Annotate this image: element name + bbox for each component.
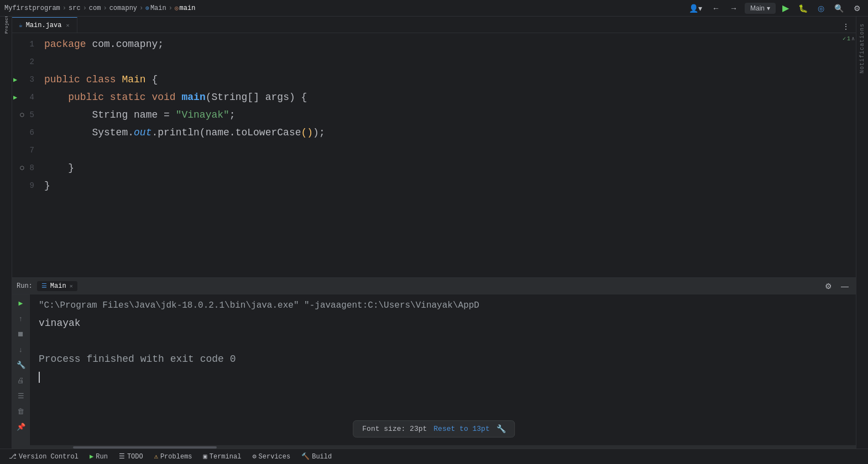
more-options-icon[interactable]: ⋮ [839,21,853,33]
stop-button[interactable]: ⏹ [14,328,28,341]
run-status-label: Run [96,453,108,461]
run-tab-label: Main [50,282,66,290]
run-status-icon: ▶ [90,452,93,461]
run-tab-icon: ☰ [41,282,47,289]
run-settings-button[interactable]: ⚙ [822,281,835,292]
code-scroll-container: 1 2 ▶ 3 ▶ 4 ⬡ 5 6 7 [12,33,856,277]
right-panel: Notifications [856,17,868,449]
run-command: "C:\Program Files\Java\jdk-18.0.2.1\bin\… [39,299,847,313]
forward-button[interactable]: → [727,3,740,14]
run-toolbar: ▶ ↑ ⏹ ↓ 🔧 🖨 ☰ 🗑 📌 [12,294,30,445]
breadcrumb-project[interactable]: Myfirstprogram [4,4,60,12]
wrench-button[interactable]: 🔧 [14,358,28,372]
todo-status[interactable]: ☰ TODO [114,451,148,462]
font-size-label: Font size: 23pt [362,425,427,433]
code-line-5: String name = "Vinayak" ; [40,106,847,124]
run-cursor [39,372,40,383]
scroll-up-button[interactable]: ↑ [14,312,28,325]
run-again-button[interactable]: ▶ [14,297,28,310]
trash-button[interactable]: 🗑 [14,405,28,418]
run-panel-right: ⚙ — [822,281,851,292]
build-status[interactable]: 🔨 Build [297,451,336,462]
tab-bar-right: ⋮ [839,21,856,33]
breadcrumb: Myfirstprogram › src › com › comapny › ⊙… [4,4,195,12]
run-exit-message: Process finished with exit code 0 [39,335,847,367]
run-minimize-button[interactable]: — [838,281,851,292]
notifications-label: Notifications [859,23,865,73]
problems-icon: ⚠ [154,452,158,461]
run-gutter-3[interactable]: ▶ [13,76,17,84]
line-5: ⬡ 5 [12,106,40,124]
scroll-down-button[interactable]: ↓ [14,343,28,356]
project-icon[interactable]: Project [1,19,12,30]
right-gutter: ✓ 1 ∧ [847,33,856,277]
out-field: out [134,124,151,141]
breadcrumb-main-class[interactable]: ⊙Main [145,4,166,12]
back-button[interactable]: ← [709,3,723,14]
build-label: Build [312,453,332,461]
run-gutter-4[interactable]: ▶ [13,93,17,102]
debug-button[interactable]: 🐛 [796,3,811,14]
check-icon: ✓ [843,35,846,42]
services-label: Services [259,453,291,461]
keyword-static: static [110,88,146,106]
terminal-icon: ▣ [203,452,207,461]
run-config-button[interactable]: Main ▾ [745,3,776,14]
check-indicator: ✓ 1 ∧ [843,35,855,42]
tab-close-button[interactable]: ✕ [65,22,70,29]
breadcrumb-main-method[interactable]: ◎main [175,4,195,12]
code-line-2 [40,53,847,71]
status-bar: ⎇ Version Control ▶ Run ☰ TODO ⚠ Problem… [0,449,868,464]
line-gutter: 1 2 ▶ 3 ▶ 4 ⬡ 5 6 7 [12,33,40,277]
chevron-down-icon: ▾ [767,4,770,12]
services-status[interactable]: ⚙ Services [248,451,295,462]
run-tab-close[interactable]: ✕ [70,283,73,289]
keyword-public-3: public [44,71,80,88]
code-line-4: public static void main ( String[] args)… [40,88,847,106]
code-content[interactable]: package com.comapny; public class Main { [40,33,847,277]
run-panel-header: Run: ☰ Main ✕ ⚙ — [12,278,856,294]
code-line-6: System. out .println(name.toLowerCase ()… [40,124,847,141]
keyword-package: package [44,35,86,53]
paren-open: () [301,124,313,141]
account-button[interactable]: 👤▾ [686,3,705,14]
code-editor[interactable]: 1 2 ▶ 3 ▶ 4 ⬡ 5 6 7 [12,33,856,277]
problems-status[interactable]: ⚠ Problems [150,451,197,462]
breadcrumb-src[interactable]: src [69,4,81,12]
keyword-public-4: public [68,88,104,106]
terminal-status[interactable]: ▣ Terminal [199,451,246,462]
build-icon: 🔨 [301,452,310,461]
main-layout: Project ☕ Main.java ✕ ⋮ 1 2 ▶ [0,17,868,449]
breadcrumb-com[interactable]: com [89,4,101,12]
titlebar: Myfirstprogram › src › com › comapny › ⊙… [0,0,868,17]
method-main: main [182,88,206,106]
tooltip-wrench-icon[interactable]: 🔧 [496,424,506,434]
breadcrumb-comapny[interactable]: comapny [109,4,137,12]
print-button[interactable]: 🖨 [14,374,28,387]
chevron-up-icon: ∧ [851,35,855,42]
code-line-7 [40,141,847,159]
titlebar-left: Myfirstprogram › src › com › comapny › ⊙… [4,4,686,12]
line-4: ▶ 4 [12,88,40,106]
main-java-tab[interactable]: ☕ Main.java ✕ [12,17,77,33]
version-control-status[interactable]: ⎇ Version Control [4,451,83,462]
reset-font-link[interactable]: Reset to 13pt [433,425,489,433]
code-line-1: package com.comapny; [40,35,847,53]
check-count: 1 [847,36,850,42]
line-3: ▶ 3 [12,71,40,88]
profile-button[interactable]: ◎ [815,3,827,14]
pin-button[interactable]: 📌 [14,420,28,434]
code-line-3: public class Main { [40,71,847,88]
run-button[interactable]: ▶ [780,2,791,14]
titlebar-right: 👤▾ ← → Main ▾ ▶ 🐛 ◎ 🔍 ⚙ [686,2,864,14]
run-status[interactable]: ▶ Run [85,451,112,462]
list-button[interactable]: ☰ [14,389,28,403]
run-tab[interactable]: ☰ Main ✕ [37,281,77,291]
class-name: Main [122,71,145,88]
line-8: ⬡ 8 [12,159,40,177]
settings-button[interactable]: ⚙ [851,3,864,14]
todo-label: TODO [127,453,143,461]
run-label: Run: [17,282,33,290]
search-button[interactable]: 🔍 [832,3,846,14]
line-6: 6 [12,124,40,141]
